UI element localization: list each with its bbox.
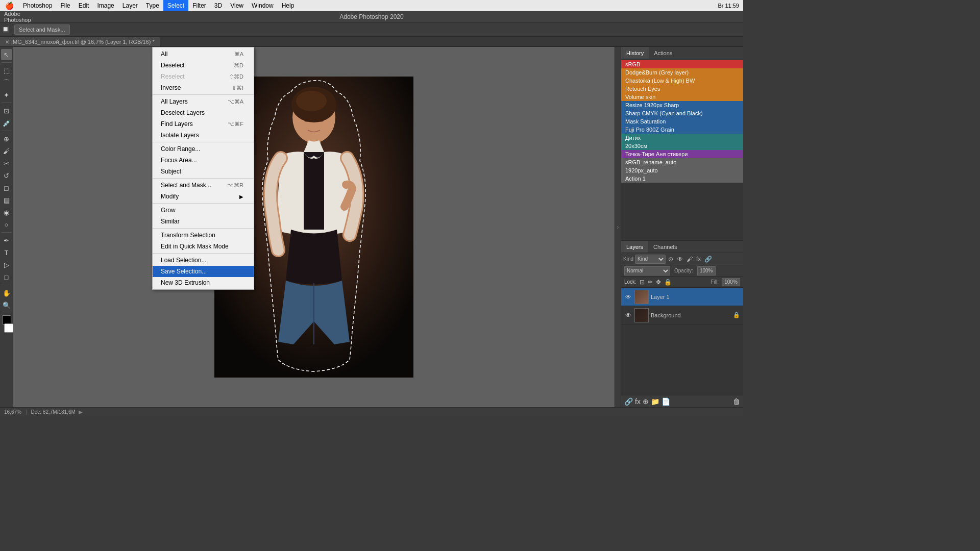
fill-input[interactable] [722,278,740,286]
background-color[interactable] [4,323,13,333]
history-item-srgb[interactable]: sRGB [621,60,743,68]
layer-item-background[interactable]: 👁 Background 🔒 [621,306,743,324]
layer1-visibility-toggle[interactable]: 👁 [624,293,632,301]
dodge-tool[interactable]: ○ [1,219,12,230]
history-item-ditikh[interactable]: Дитих [621,134,743,142]
history-item-sharp-cmyk[interactable]: Sharp CMYK (Cyan and Black) [621,109,743,117]
history-item-resize[interactable]: Resize 1920px Sharp [621,101,743,109]
select-and-mask-button[interactable]: Select and Mask... [14,24,70,35]
healing-tool[interactable]: ⊕ [1,133,12,144]
history-brush-tool[interactable]: ↺ [1,170,12,181]
marquee-tool[interactable]: ⬚ [1,65,12,76]
new-group-button[interactable]: 📁 [651,397,659,406]
magic-wand-tool[interactable]: ✦ [1,89,12,101]
menu-type[interactable]: Type [142,0,163,11]
tab-channels[interactable]: Channels [648,241,682,253]
ps-title-bar: Adobe Photoshop Adobe Photoshop 2020 [0,11,743,22]
menu-item-new-3d-extrusion[interactable]: New 3D Extrusion [153,277,254,288]
status-arrow[interactable]: ▶ [79,409,83,415]
delete-layer-button[interactable]: 🗑 [733,397,740,406]
menu-select[interactable]: Select [163,0,188,11]
lock-position-icon[interactable]: ✥ [656,279,661,286]
menu-item-select-mask[interactable]: Select and Mask... ⌥⌘R [153,180,254,191]
lock-all-icon[interactable]: 🔒 [664,279,672,286]
menu-filter[interactable]: Filter [188,0,210,11]
history-item-fuji[interactable]: Fuji Pro 800Z Grain [621,126,743,134]
history-item-20x30[interactable]: 20x30cм [621,142,743,150]
add-mask-button[interactable]: ⊕ [643,397,649,406]
menu-item-all[interactable]: All ⌘A [153,48,254,60]
history-item-action1[interactable]: Action 1 [621,174,743,183]
clone-stamp-tool[interactable]: ✂ [1,158,12,169]
menu-help[interactable]: Help [278,0,299,11]
shape-tool[interactable]: □ [1,271,12,283]
eyedropper-tool[interactable]: 💉 [1,117,12,129]
type-tool[interactable]: T [1,247,12,258]
lasso-tool[interactable]: ⌒ [1,77,12,88]
menu-item-shortcut: ⇧⌘I [232,85,243,91]
history-item-chastoika[interactable]: Chastoika (Low & High) BW [621,77,743,85]
menu-item-inverse[interactable]: Inverse ⇧⌘I [153,82,254,93]
menu-file[interactable]: File [56,0,74,11]
menu-view[interactable]: View [226,0,248,11]
lock-transparent-icon[interactable]: ⊡ [640,279,645,286]
menu-item-save-selection[interactable]: Save Selection... [153,266,254,277]
blur-tool[interactable]: ◉ [1,207,12,218]
background-visibility-toggle[interactable]: 👁 [624,311,632,319]
blend-mode-select[interactable]: Normal [624,266,670,276]
document-tab[interactable]: ✕ IMG_6343_плохой_фон.tif @ 16,7% (Layer… [0,37,160,46]
history-item-retouch[interactable]: Retouch Eyes [621,85,743,93]
eraser-tool[interactable]: ◻ [1,182,12,193]
menu-photoshop[interactable]: Photoshop [19,0,56,11]
menu-layer[interactable]: Layer [118,0,142,11]
menu-item-subject[interactable]: Subject [153,166,254,177]
opacity-label: Opacity: [674,268,693,273]
hand-tool[interactable]: ✋ [1,287,12,298]
menu-item-color-range[interactable]: Color Range... [153,143,254,155]
menu-item-find-layers[interactable]: Find Layers ⌥⌘F [153,118,254,130]
history-item-1920px[interactable]: 1920px_auto [621,166,743,174]
add-fx-button[interactable]: fx [635,397,641,406]
path-selection-tool[interactable]: ▷ [1,259,12,270]
menu-item-transform-selection[interactable]: Transform Selection [153,230,254,241]
panel-collapse-button[interactable]: › [615,47,621,407]
menu-window[interactable]: Window [248,0,278,11]
tab-actions[interactable]: Actions [649,47,677,59]
menu-item-edit-quick-mask[interactable]: Edit in Quick Mask Mode [153,241,254,252]
canvas-area[interactable] [13,47,615,407]
move-tool[interactable]: ↖ [1,49,12,60]
pen-tool[interactable]: ✒ [1,235,12,246]
opacity-input[interactable] [697,266,716,276]
menu-item-grow[interactable]: Grow [153,205,254,216]
brush-tool[interactable]: 🖌 [1,145,12,157]
crop-tool[interactable]: ⊡ [1,105,12,116]
menu-item-similar[interactable]: Similar [153,216,254,227]
menu-item-deselect[interactable]: Deselect ⌘D [153,60,254,71]
menu-image[interactable]: Image [93,0,118,11]
layers-panel-tabs: Layers Channels [621,241,743,253]
history-item-mask-sat[interactable]: Mask Saturation [621,117,743,126]
menu-item-isolate-layers[interactable]: Isolate Layers [153,130,254,141]
history-item-dodge[interactable]: Dodge&Burn (Grey layer) [621,68,743,77]
menu-3d[interactable]: 3D [210,0,226,11]
menu-item-all-layers[interactable]: All Layers ⌥⌘A [153,96,254,107]
tool-separator-5 [2,285,12,285]
history-item-srgb-rename[interactable]: sRGB_rename_auto [621,158,743,166]
tab-history[interactable]: History [621,47,649,59]
gradient-tool[interactable]: ▤ [1,194,12,206]
layer-item-layer1[interactable]: 👁 Layer 1 [621,288,743,306]
link-layers-button[interactable]: 🔗 [624,397,633,406]
apple-menu[interactable]: 🍎 [0,2,19,10]
menu-item-focus-area[interactable]: Focus Area... [153,155,254,166]
history-item-volume[interactable]: Volume skin [621,93,743,101]
menu-item-load-selection[interactable]: Load Selection... [153,255,254,266]
tab-layers[interactable]: Layers [621,241,648,253]
layer-kind-select[interactable]: Kind [635,255,666,264]
menu-item-deselect-layers[interactable]: Deselect Layers [153,107,254,118]
lock-image-icon[interactable]: ✏ [648,279,653,286]
menu-item-modify[interactable]: Modify ▶ [153,191,254,202]
menu-edit[interactable]: Edit [75,0,93,11]
zoom-tool[interactable]: 🔍 [1,299,12,311]
new-layer-button[interactable]: 📄 [662,397,670,406]
history-item-tochka[interactable]: Точка-Тире Аня стикери [621,150,743,158]
